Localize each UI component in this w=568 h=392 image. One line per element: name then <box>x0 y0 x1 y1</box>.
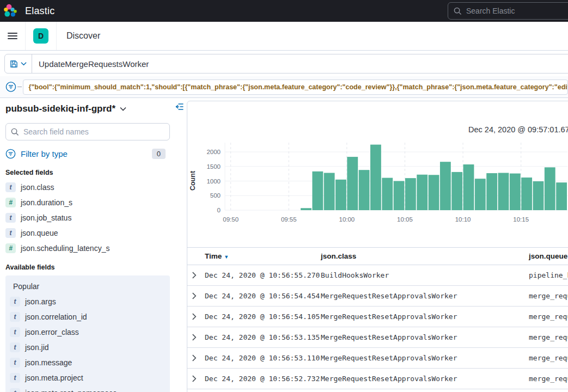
field-item[interactable]: t json.job_status <box>5 210 170 225</box>
brand-title: Elastic <box>25 5 54 17</box>
filter-set-icon[interactable] <box>5 81 16 93</box>
column-header-queue[interactable]: json.queue <box>529 252 568 260</box>
svg-text:1000: 1000 <box>206 178 221 185</box>
expand-row-button[interactable] <box>187 292 200 299</box>
table-header-row: Time▼ json.class json.queue <box>187 247 568 265</box>
field-type-icon: t <box>10 297 20 307</box>
save-icon <box>10 60 18 68</box>
field-item[interactable]: # json.duration_s <box>5 195 170 210</box>
column-header-class[interactable]: json.class <box>321 252 529 260</box>
filter-by-type-label: Filter by type <box>21 149 68 158</box>
svg-text:10:00: 10:00 <box>339 216 355 223</box>
filter-pill[interactable]: {"bool":{"minimum_should_match":1,"shoul… <box>23 79 568 95</box>
field-name: json.queue <box>21 229 58 237</box>
field-name: json.duration_s <box>21 198 72 207</box>
field-search-input[interactable]: Search field names <box>5 123 170 140</box>
index-pattern-switcher[interactable]: pubsub-sidekiq-inf-gprd* <box>5 103 170 114</box>
expand-row-button[interactable] <box>187 313 200 320</box>
field-type-icon: t <box>10 388 20 392</box>
field-name: json.args <box>25 297 56 306</box>
field-type-icon: t <box>5 182 16 192</box>
global-search-input[interactable]: Search Elastic <box>448 2 568 20</box>
filter-icon <box>5 149 16 159</box>
filter-by-type[interactable]: Filter by type 0 <box>5 146 170 161</box>
field-item[interactable]: t json.queue <box>5 225 170 241</box>
query-input[interactable]: UpdateMergeRequestsWorker <box>32 59 149 69</box>
field-name: json.class <box>21 183 54 192</box>
table-row: Dec 24, 2020 @ 10:56:52.732 MergeRequest… <box>187 369 568 389</box>
svg-text:0: 0 <box>217 207 221 213</box>
nav-menu-button[interactable] <box>0 22 26 50</box>
popular-label: Popular <box>10 280 166 294</box>
field-name: json.jid <box>25 343 49 352</box>
hamburger-icon <box>8 31 17 41</box>
query-bar: UpdateMergeRequestsWorker <box>0 51 568 76</box>
chevron-right-icon <box>192 375 197 382</box>
field-search-placeholder: Search field names <box>23 127 89 136</box>
discover-main-panel: Dec 24, 2020 @ 09:57:01.67 0500100015002… <box>187 101 568 392</box>
chevron-down-icon <box>120 107 126 111</box>
expand-row-button[interactable] <box>187 272 200 279</box>
filter-pill-text: {"bool":{"minimum_should_match":1,"shoul… <box>29 83 568 91</box>
popular-fields-list: t json.args t json.correlation_id t json… <box>10 294 166 392</box>
chevron-right-icon <box>192 313 197 320</box>
field-item[interactable]: t json.jid <box>10 340 166 355</box>
field-type-icon: t <box>10 327 20 337</box>
expand-row-button[interactable] <box>187 334 200 341</box>
table-row: Dec 24, 2020 @ 10:56:55.270 BuildHooksWo… <box>187 265 568 286</box>
expand-row-button[interactable] <box>187 375 200 382</box>
field-name: json.correlation_id <box>25 313 87 321</box>
documents-table: Time▼ json.class json.queue Dec 24, 2020… <box>187 247 568 389</box>
chevron-down-icon <box>21 62 27 66</box>
popular-fields-group: Popular t json.args t json.correlation_i… <box>5 275 170 392</box>
global-search-placeholder: Search Elastic <box>466 7 515 15</box>
fields-sidebar: pubsub-sidekiq-inf-gprd* Search field na… <box>0 98 174 392</box>
global-header: Elastic Search Elastic <box>0 0 568 22</box>
table-row: Dec 24, 2020 @ 10:56:53.135 MergeRequest… <box>187 327 568 348</box>
chevron-right-icon <box>192 292 197 299</box>
chevron-right-icon <box>192 272 197 279</box>
table-row: Dec 24, 2020 @ 10:56:54.454 MergeRequest… <box>187 286 568 307</box>
field-type-icon: t <box>5 213 16 223</box>
field-item[interactable]: t json.meta.root_namespace <box>10 385 166 392</box>
elastic-logo[interactable] <box>3 4 17 18</box>
field-item[interactable]: t json.args <box>10 294 166 309</box>
svg-text:2000: 2000 <box>206 149 221 155</box>
field-name: json.error_class <box>25 328 79 336</box>
svg-text:1500: 1500 <box>206 163 221 170</box>
save-query-button[interactable] <box>5 54 32 73</box>
field-item[interactable]: t json.message <box>10 355 166 370</box>
histogram-time-range: Dec 24, 2020 @ 09:57:01.67 <box>468 125 568 134</box>
svg-text:09:55: 09:55 <box>281 216 297 223</box>
svg-text:500: 500 <box>210 192 221 199</box>
sort-desc-icon: ▼ <box>224 254 229 260</box>
svg-text:10:05: 10:05 <box>397 216 413 223</box>
field-item[interactable]: t json.error_class <box>10 324 166 340</box>
field-item[interactable]: t json.class <box>5 180 170 195</box>
field-name: json.job_status <box>21 213 71 222</box>
histogram-chart[interactable]: 050010001500200009:5009:5510:0010:0510:1… <box>187 138 568 231</box>
field-type-icon: # <box>5 243 16 253</box>
field-type-icon: # <box>5 198 16 207</box>
field-type-icon: t <box>10 342 20 352</box>
breadcrumb-bar: D Discover <box>0 22 568 51</box>
search-icon <box>11 128 19 136</box>
expand-row-button[interactable] <box>187 354 200 362</box>
field-type-icon: t <box>5 228 16 238</box>
chevron-right-icon <box>192 334 197 341</box>
y-axis-label: Count <box>189 170 197 191</box>
discover-app-badge[interactable]: D <box>33 28 48 44</box>
svg-text:10:10: 10:10 <box>455 216 471 223</box>
collapse-sidebar-icon[interactable] <box>175 102 184 111</box>
field-item[interactable]: t json.correlation_id <box>10 309 166 324</box>
index-pattern-name: pubsub-sidekiq-inf-gprd* <box>5 103 115 114</box>
svg-text:10:15: 10:15 <box>513 216 529 223</box>
field-item[interactable]: t json.meta.project <box>10 370 166 385</box>
field-item[interactable]: # json.scheduling_latency_s <box>5 241 170 256</box>
field-name: json.scheduling_latency_s <box>21 244 109 253</box>
app-badge-cell: D <box>26 22 57 50</box>
column-header-time[interactable]: Time▼ <box>205 252 321 260</box>
table-row: Dec 24, 2020 @ 10:56:54.105 MergeRequest… <box>187 307 568 327</box>
field-type-icon: t <box>10 312 20 322</box>
table-row: Dec 24, 2020 @ 10:56:53.110 MergeRequest… <box>187 348 568 369</box>
